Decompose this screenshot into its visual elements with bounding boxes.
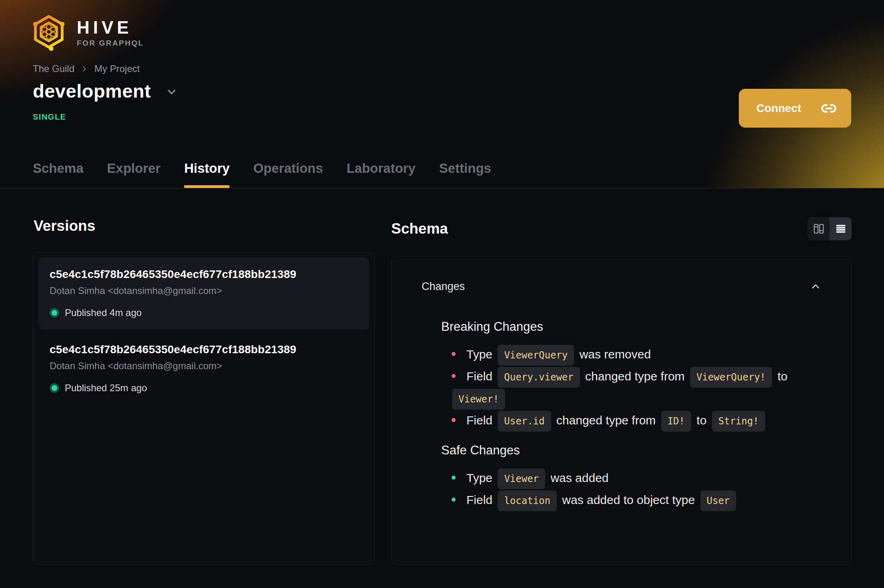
schema-panel: Changes Breaking ChangesType ViewerQuery…	[391, 256, 852, 565]
change-section-breaking: Breaking ChangesType ViewerQuery was rem…	[441, 319, 822, 432]
schema-column: Schema	[391, 217, 852, 565]
schema-heading: Schema	[391, 221, 448, 237]
change-text: Type	[466, 348, 496, 361]
change-text: was removed	[576, 348, 651, 361]
published-dot-icon	[50, 308, 59, 318]
view-toggle	[808, 217, 852, 240]
versions-list: c5e4c1c5f78b26465350e4ecf677cf188bb21389…	[33, 252, 375, 565]
change-section-title: Breaking Changes	[441, 319, 822, 335]
main-content: Versions c5e4c1c5f78b26465350e4ecf677cf1…	[0, 217, 884, 565]
version-hash: c5e4c1c5f78b26465350e4ecf677cf188bb21389	[50, 343, 357, 356]
version-status-label: Published 25m ago	[65, 382, 147, 394]
code-chip: Viewer!	[452, 389, 505, 410]
change-section-title: Safe Changes	[441, 442, 822, 458]
code-chip: location	[498, 490, 557, 511]
versions-column: Versions c5e4c1c5f78b26465350e4ecf677cf1…	[33, 217, 375, 565]
chevron-right-icon	[80, 64, 89, 73]
change-list: Type Viewer was addedField location was …	[441, 467, 822, 511]
tab-history[interactable]: History	[184, 160, 230, 188]
version-hash: c5e4c1c5f78b26465350e4ecf677cf188bb21389	[50, 268, 357, 281]
chevron-up-icon	[810, 280, 822, 292]
version-item[interactable]: c5e4c1c5f78b26465350e4ecf677cf188bb21389…	[38, 258, 369, 330]
code-chip: ViewerQuery!	[690, 367, 772, 388]
change-text: Type	[466, 471, 496, 484]
published-dot-icon	[50, 383, 59, 393]
code-chip: String!	[712, 411, 765, 432]
code-chip: Query.viewer	[498, 367, 580, 388]
change-text: Field	[466, 370, 496, 383]
link-icon	[821, 100, 837, 116]
version-author: Dotan Simha <dotansimha@gmail.com>	[50, 285, 357, 296]
tab-bar: SchemaExplorerHistoryOperationsLaborator…	[33, 160, 491, 188]
bullet-icon	[452, 476, 456, 480]
header: HIVE FOR GRAPHQL The Guild My Project de…	[0, 0, 884, 188]
version-status: Published 25m ago	[50, 382, 357, 394]
change-item: Field location was added to object type …	[441, 489, 822, 511]
change-text: changed type from	[582, 370, 688, 383]
change-item: Type ViewerQuery was removed	[441, 344, 822, 366]
code-chip: User	[700, 490, 736, 511]
brand-tagline: FOR GRAPHQL	[77, 39, 144, 47]
change-text: Field	[466, 493, 496, 506]
tab-explorer[interactable]: Explorer	[107, 160, 161, 188]
hive-logo[interactable]: HIVE FOR GRAPHQL	[32, 14, 144, 51]
version-item[interactable]: c5e4c1c5f78b26465350e4ecf677cf188bb21389…	[38, 333, 369, 405]
change-list: Type ViewerQuery was removedField Query.…	[441, 344, 822, 432]
tab-schema[interactable]: Schema	[33, 160, 84, 188]
change-section-safe: Safe ChangesType Viewer was addedField l…	[441, 442, 822, 511]
code-chip: Viewer	[498, 468, 545, 489]
connect-button[interactable]: Connect	[739, 89, 851, 128]
list-view-button[interactable]	[830, 217, 852, 240]
version-status-label: Published 4m ago	[65, 307, 142, 318]
breadcrumb-project[interactable]: My Project	[94, 63, 140, 74]
bullet-icon	[452, 498, 456, 502]
columns-icon	[812, 222, 825, 235]
connect-button-label: Connect	[756, 102, 801, 115]
tab-laboratory[interactable]: Laboratory	[346, 160, 415, 188]
changes-label: Changes	[422, 280, 465, 293]
schema-header: Schema	[391, 217, 852, 240]
code-chip: User.id	[498, 411, 551, 432]
code-chip: ViewerQuery	[498, 345, 574, 366]
versions-heading: Versions	[34, 218, 375, 234]
bullet-icon	[452, 352, 456, 356]
change-text: to	[774, 370, 791, 383]
columns-view-button[interactable]	[808, 217, 830, 240]
breadcrumb: The Guild My Project	[33, 63, 140, 74]
bullet-icon	[452, 418, 456, 422]
change-item: Field User.id changed type from ID! to S…	[441, 410, 822, 432]
chevron-down-icon[interactable]	[165, 86, 178, 100]
rows-icon	[834, 222, 847, 235]
change-text: was added to object type	[559, 493, 698, 506]
version-status: Published 4m ago	[50, 307, 357, 318]
changes-body: Breaking ChangesType ViewerQuery was rem…	[392, 293, 851, 511]
hive-app: HIVE FOR GRAPHQL The Guild My Project de…	[0, 0, 884, 588]
target-mode-badge: SINGLE	[33, 112, 66, 122]
change-item: Type Viewer was added	[441, 467, 822, 489]
change-item: Field Query.viewer changed type from Vie…	[441, 366, 822, 410]
version-author: Dotan Simha <dotansimha@gmail.com>	[50, 360, 357, 372]
changes-collapse-header[interactable]: Changes	[392, 256, 851, 293]
change-text: to	[693, 414, 710, 427]
tab-settings[interactable]: Settings	[439, 160, 491, 188]
brand-name: HIVE	[77, 19, 144, 36]
hive-logo-icon	[32, 14, 66, 51]
change-text: changed type from	[553, 414, 659, 427]
tab-operations[interactable]: Operations	[253, 160, 323, 188]
breadcrumb-org[interactable]: The Guild	[33, 63, 74, 74]
target-title-row: development	[33, 78, 178, 104]
change-text: Field	[466, 414, 496, 427]
page-title: development	[33, 78, 151, 104]
change-text: was added	[547, 471, 608, 484]
bullet-icon	[452, 374, 456, 378]
code-chip: ID!	[661, 411, 691, 432]
